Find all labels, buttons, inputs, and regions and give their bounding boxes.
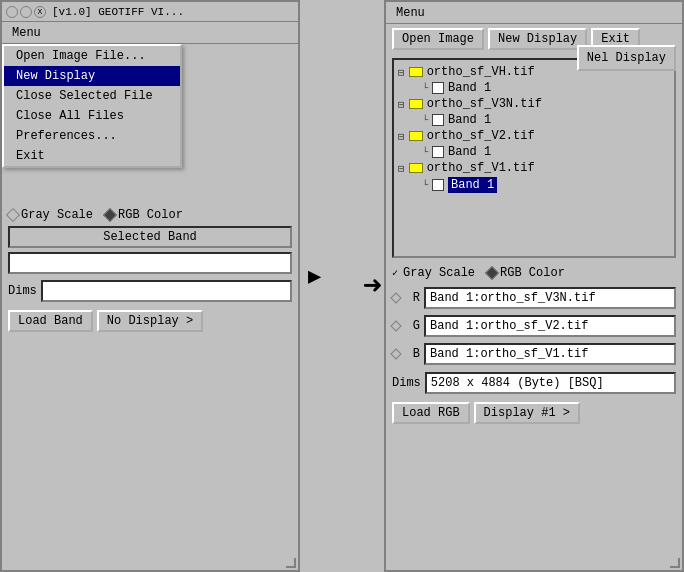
band-input-row (2, 250, 298, 276)
g-label: G (404, 319, 420, 333)
title-bar: X [v1.0] GEOTIFF VI... (2, 2, 298, 22)
r-input[interactable] (424, 287, 676, 309)
menu-new-display[interactable]: New Display (4, 66, 180, 86)
file-icon-vh-1 (432, 82, 444, 94)
nel-display-text: Nel Display (587, 51, 666, 65)
folder-icon-v3n (409, 99, 423, 109)
left-radio-row: Gray Scale RGB Color (2, 204, 298, 226)
rgb-g-row: G (386, 312, 682, 340)
nel-display-popup: Nel Display (577, 45, 676, 71)
gray-scale-diamond (6, 208, 20, 222)
dropdown-menu: Open Image File... New Display Close Sel… (2, 44, 182, 168)
rgb-b-row: B (386, 340, 682, 368)
right-dims-label: Dims (392, 376, 421, 390)
tree-line-vh-1: └ (422, 83, 428, 94)
menu-close-all[interactable]: Close All Files (4, 106, 180, 126)
right-new-display-button[interactable]: New Display (488, 28, 587, 50)
right-rgb-color-diamond (485, 266, 499, 280)
tree-band-label-v1-1-selected[interactable]: Band 1 (448, 177, 497, 193)
gray-scale-radio[interactable]: Gray Scale (8, 208, 93, 222)
right-rgb-color-radio[interactable]: RGB Color (487, 266, 565, 280)
maximize-btn[interactable]: X (34, 6, 46, 18)
g-diamond (390, 320, 401, 331)
tree-label-vh[interactable]: ortho_sf_VH.tif (427, 65, 535, 79)
right-radio-row: ✓ Gray Scale RGB Color (386, 262, 682, 284)
right-rgb-color-label: RGB Color (500, 266, 565, 280)
b-label: B (404, 347, 420, 361)
folder-icon-vh (409, 67, 423, 77)
file-icon-v2-1 (432, 146, 444, 158)
menu-exit[interactable]: Exit (4, 146, 180, 166)
right-dims-input[interactable] (425, 372, 676, 394)
tree-label-v3n[interactable]: ortho_sf_V3N.tif (427, 97, 542, 111)
b-input[interactable] (424, 343, 676, 365)
right-gray-scale-label: Gray Scale (403, 266, 475, 280)
folder-icon-v2 (409, 131, 423, 141)
menu-preferences[interactable]: Preferences... (4, 126, 180, 146)
tree-band-label-v3n-1[interactable]: Band 1 (448, 113, 491, 127)
right-gray-scale-radio[interactable]: ✓ Gray Scale (392, 266, 475, 280)
menu-open-image[interactable]: Open Image File... (4, 46, 180, 66)
close-btn[interactable] (6, 6, 18, 18)
r-label: R (404, 291, 420, 305)
right-open-image-button[interactable]: Open Image (392, 28, 484, 50)
tree-band-label-v2-1[interactable]: Band 1 (448, 145, 491, 159)
r-diamond (390, 292, 401, 303)
file-icon-v3n-1 (432, 114, 444, 126)
g-input[interactable] (424, 315, 676, 337)
rgb-color-diamond (103, 208, 117, 222)
resize-handle[interactable] (286, 558, 296, 568)
right-dims-row: Dims (386, 368, 682, 398)
file-icon-v1-1 (432, 179, 444, 191)
right-resize-handle[interactable] (670, 558, 680, 568)
tree-item-v1: ⊟ ortho_sf_V1.tif (398, 160, 670, 176)
tree-label-v2[interactable]: ortho_sf_V2.tif (427, 129, 535, 143)
tree-band-v2-1: └ Band 1 (398, 144, 670, 160)
rgb-color-label: RGB Color (118, 208, 183, 222)
tree-item-v2: ⊟ ortho_sf_V2.tif (398, 128, 670, 144)
tree-band-vh-1: └ Band 1 (398, 80, 670, 96)
left-arrow: ▶ (308, 263, 321, 290)
right-panel: Menu Nel Display Open Image New Display … (384, 0, 684, 572)
tree-connector-vh: ⊟ (398, 66, 405, 79)
tree-line-v1-1: └ (422, 180, 428, 191)
right-menu-button[interactable]: Menu (390, 5, 431, 21)
tree-connector-v1: ⊟ (398, 162, 405, 175)
left-dims-row: Dims (2, 276, 298, 306)
folder-icon-v1 (409, 163, 423, 173)
tree-band-v1-1[interactable]: └ Band 1 (398, 176, 670, 194)
load-rgb-button[interactable]: Load RGB (392, 402, 470, 424)
right-tree-panel[interactable]: ⊟ ortho_sf_VH.tif └ Band 1 ⊟ ortho_sf_V3… (392, 58, 676, 258)
selected-band-label: Selected Band (8, 226, 292, 248)
window-controls: X (6, 6, 46, 18)
left-menubar: Menu (2, 22, 298, 44)
load-band-button[interactable]: Load Band (8, 310, 93, 332)
left-bottom-buttons: Load Band No Display > (2, 306, 298, 336)
right-arrow: ➜ (363, 266, 382, 306)
menu-close-selected[interactable]: Close Selected File (4, 86, 180, 106)
rgb-r-row: R (386, 284, 682, 312)
tree-band-v3n-1: └ Band 1 (398, 112, 670, 128)
b-diamond (390, 348, 401, 359)
menu-button[interactable]: Menu (6, 25, 47, 41)
minimize-btn[interactable] (20, 6, 32, 18)
display-button[interactable]: Display #1 > (474, 402, 580, 424)
gray-scale-label: Gray Scale (21, 208, 93, 222)
left-panel: X [v1.0] GEOTIFF VI... Menu Open Image F… (0, 0, 300, 572)
tree-band-label-vh-1[interactable]: Band 1 (448, 81, 491, 95)
arrow-section: ▶ ➜ (300, 0, 384, 572)
left-dims-label: Dims (8, 284, 37, 298)
right-gray-scale-check: ✓ (392, 267, 398, 279)
tree-connector-v2: ⊟ (398, 130, 405, 143)
no-display-button[interactable]: No Display > (97, 310, 203, 332)
tree-item-v3n: ⊟ ortho_sf_V3N.tif (398, 96, 670, 112)
tree-connector-v3n: ⊟ (398, 98, 405, 111)
tree-label-v1[interactable]: ortho_sf_V1.tif (427, 161, 535, 175)
band-input[interactable] (8, 252, 292, 274)
right-bottom-buttons: Load RGB Display #1 > (386, 398, 682, 428)
left-dims-input[interactable] (41, 280, 292, 302)
right-menubar: Menu (386, 2, 682, 24)
tree-line-v3n-1: └ (422, 115, 428, 126)
tree-line-v2-1: └ (422, 147, 428, 158)
rgb-color-radio[interactable]: RGB Color (105, 208, 183, 222)
